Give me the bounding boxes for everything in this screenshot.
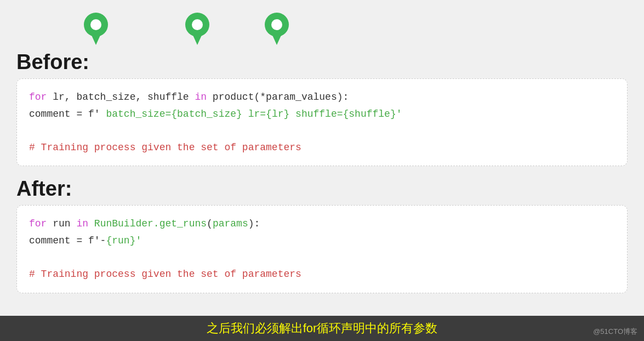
subtitle-text: 之后我们必须解出for循环声明中的所有参数 [207, 321, 438, 335]
after-line-1: for run in RunBuilder.get_runs(params): [29, 215, 615, 232]
after-section: After: for run in RunBuilder.get_runs(pa… [16, 177, 628, 293]
after-params: params [213, 218, 248, 229]
before-comment: # Training process given the set of para… [29, 142, 301, 153]
after-string-val: {run}' [106, 235, 141, 246]
svg-point-1 [90, 19, 101, 30]
main-container: Before: for lr, batch_size, shuffle in p… [0, 0, 644, 341]
after-colon: ): [248, 218, 260, 229]
after-vars: run [47, 218, 76, 229]
for-keyword-after: for [29, 218, 47, 229]
after-line-2: comment = f'-{run}' [29, 232, 615, 249]
before-code-block: for lr, batch_size, shuffle in product(*… [16, 78, 628, 166]
svg-point-7 [271, 19, 282, 30]
after-args: ( [207, 218, 213, 229]
in-keyword-after: in [76, 218, 88, 229]
before-comment-assign: comment = f' [29, 109, 100, 120]
for-keyword-before: for [29, 92, 47, 103]
before-line-blank [29, 122, 615, 139]
after-line-blank [29, 249, 615, 266]
before-line-2: comment = f' batch_size={batch_size} lr=… [29, 106, 615, 123]
after-comment: # Training process given the set of para… [29, 269, 301, 280]
svg-marker-5 [192, 33, 203, 45]
pin-icon-1 [82, 11, 110, 45]
after-line-comment: # Training process given the set of para… [29, 266, 615, 283]
svg-point-4 [192, 19, 203, 30]
in-keyword-before: in [195, 92, 207, 103]
svg-marker-2 [90, 33, 101, 45]
after-label: After: [16, 177, 628, 201]
before-func: product(*param_values): [207, 92, 349, 103]
before-vars: lr, batch_size, shuffle [47, 92, 195, 103]
after-comment-assign: comment = f'- [29, 235, 106, 246]
before-line-comment: # Training process given the set of para… [29, 139, 615, 156]
pin-icon-2 [184, 11, 211, 45]
svg-marker-8 [271, 33, 282, 45]
before-string-val: batch_size={batch_size} lr={lr} shuffle=… [100, 109, 402, 120]
before-label: Before: [16, 50, 628, 74]
watermark-text: @51CTO博客 [593, 327, 637, 337]
after-code-block: for run in RunBuilder.get_runs(params): … [16, 205, 628, 293]
subtitle-bar: 之后我们必须解出for循环声明中的所有参数 @51CTO博客 [0, 316, 644, 341]
before-section: Before: for lr, batch_size, shuffle in p… [16, 11, 628, 166]
pin-icon-3 [263, 11, 290, 45]
after-func: RunBuilder.get_runs [88, 218, 207, 229]
before-line-1: for lr, batch_size, shuffle in product(*… [29, 89, 615, 106]
